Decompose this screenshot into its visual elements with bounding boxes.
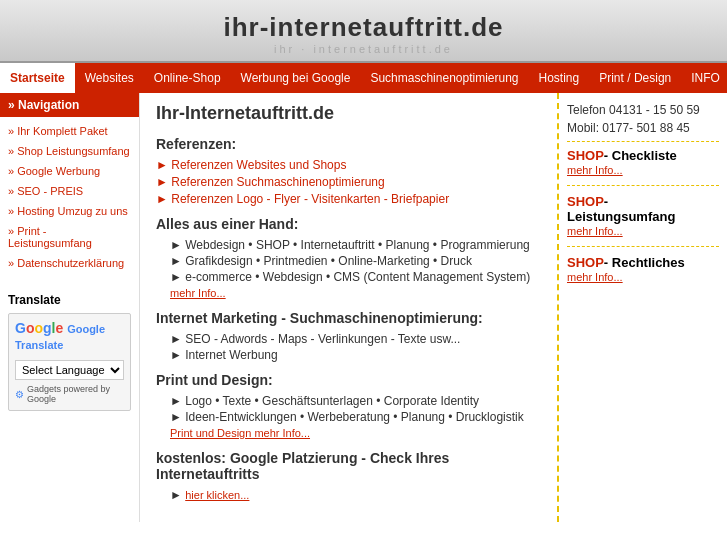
header: ihr-internetauftritt.de ihr · internetau… [0, 0, 727, 63]
shop1-subtitle: - Checkliste [604, 148, 677, 163]
gadgets-text: Gadgets powered by Google [27, 384, 124, 404]
list-item: Print - Leistungsumfang [0, 221, 139, 253]
translate-section: Translate Google Google Translate Select… [0, 287, 139, 417]
sidebar-nav-title: Navigation [0, 93, 139, 117]
list-item: Google Werbung [0, 161, 139, 181]
print-more-link[interactable]: Print und Design mehr Info... [170, 427, 310, 439]
powered-icon: ⚙ [15, 389, 24, 400]
alles-section: Alles aus einer Hand: Webdesign • SHOP •… [156, 216, 541, 300]
kostenlos-link[interactable]: hier klicken... [185, 489, 249, 501]
divider-1 [567, 141, 719, 142]
shop2-title: SHOP- Leistungsumfang [567, 194, 719, 224]
shop3-red-label: SHOP [567, 255, 604, 270]
shop3-subtitle: - Rechtliches [604, 255, 685, 270]
kostenlos-title: kostenlos: Google Platzierung - Check Ih… [156, 450, 541, 482]
shop-box-1: SHOP- Checkliste mehr Info... [567, 148, 719, 177]
seo-line-1: SEO - Adwords - Maps - Verlinkungen - Te… [156, 332, 541, 346]
phone-number: 04131 - 15 50 59 [609, 103, 700, 117]
shop2-link[interactable]: mehr Info... [567, 225, 623, 237]
shop-box-3: SHOP- Rechtliches mehr Info... [567, 255, 719, 284]
print-section: Print und Design: Logo • Texte • Geschäf… [156, 372, 541, 440]
nav-seo[interactable]: Suchmaschinenoptimierung [360, 63, 528, 93]
main-content: Ihr-Internetauftritt.de Referenzen: Refe… [140, 93, 557, 522]
print-line-1: Logo • Texte • Geschäftsunterlagen • Cor… [156, 394, 541, 408]
divider-2 [567, 185, 719, 186]
right-sidebar: Telefon 04131 - 15 50 59 Mobil: 0177- 50… [557, 93, 727, 522]
shop1-link[interactable]: mehr Info... [567, 164, 623, 176]
list-item: Ihr Komplett Paket [0, 121, 139, 141]
kostenlos-section: kostenlos: Google Platzierung - Check Ih… [156, 450, 541, 502]
seo-line-2: Internet Werbung [156, 348, 541, 362]
main-layout: Navigation Ihr Komplett Paket Shop Leist… [0, 93, 727, 522]
refs-section: Referenzen: Referenzen Websites und Shop… [156, 136, 541, 206]
nav-hosting-umzug[interactable]: Hosting Umzug zu uns [0, 203, 139, 219]
navbar: Startseite Websites Online-Shop Werbung … [0, 63, 727, 93]
alles-more-link[interactable]: mehr Info... [170, 287, 226, 299]
header-subtitle: ihr · internetauftritt.de [0, 43, 727, 55]
list-item: Hosting Umzug zu uns [0, 201, 139, 221]
print-title: Print und Design: [156, 372, 541, 388]
nav-datenschutz[interactable]: Datenschutzerklärung [0, 255, 139, 271]
nav-info[interactable]: INFO [681, 63, 727, 93]
nav-komplett[interactable]: Ihr Komplett Paket [0, 123, 139, 139]
site-title: ihr-internetauftritt.de [0, 12, 727, 43]
seo-section: Internet Marketing - Suchmaschinenoptimi… [156, 310, 541, 362]
alles-line-3: e-commerce • Webdesign • CMS (Content Ma… [156, 270, 541, 284]
nav-online-shop[interactable]: Online-Shop [144, 63, 231, 93]
ref-link-3[interactable]: Referenzen Logo - Flyer - Visitenkarten … [156, 192, 541, 206]
translate-title: Translate [8, 293, 131, 307]
nav-shop-leistung[interactable]: Shop Leistungsumfang [0, 143, 139, 159]
refs-title: Referenzen: [156, 136, 541, 152]
shop1-title: SHOP- Checkliste [567, 148, 719, 163]
phone-label: Telefon [567, 103, 606, 117]
nav-startseite[interactable]: Startseite [0, 63, 75, 93]
list-item: Datenschutzerklärung [0, 253, 139, 273]
shop-box-2: SHOP- Leistungsumfang mehr Info... [567, 194, 719, 238]
nav-print[interactable]: Print / Design [589, 63, 681, 93]
divider-3 [567, 246, 719, 247]
list-item: Shop Leistungsumfang [0, 141, 139, 161]
shop2-red-label: SHOP [567, 194, 604, 209]
title-suffix: internetauftritt.de [269, 12, 503, 42]
phone-info: Telefon 04131 - 15 50 59 [567, 103, 719, 117]
alles-line-1: Webdesign • SHOP • Internetauftritt • Pl… [156, 238, 541, 252]
print-line-2: Ideen-Entwicklungen • Werbeberatung • Pl… [156, 410, 541, 424]
sidebar-nav-list: Ihr Komplett Paket Shop Leistungsumfang … [0, 117, 139, 277]
google-translate-box: Google Google Translate Select Language … [8, 313, 131, 411]
seo-title: Internet Marketing - Suchmaschinenoptimi… [156, 310, 541, 326]
language-select[interactable]: Select Language [15, 360, 124, 380]
nav-google-werbung[interactable]: Google Werbung [0, 163, 139, 179]
shop3-link[interactable]: mehr Info... [567, 271, 623, 283]
alles-title: Alles aus einer Hand: [156, 216, 541, 232]
ref-link-1[interactable]: Referenzen Websites und Shops [156, 158, 541, 172]
page-title: Ihr-Internetauftritt.de [156, 103, 541, 124]
nav-print-leistung[interactable]: Print - Leistungsumfang [0, 223, 139, 251]
mobile-info: Mobil: 0177- 501 88 45 [567, 121, 719, 135]
nav-werbung[interactable]: Werbung bei Google [231, 63, 361, 93]
nav-hosting[interactable]: Hosting [529, 63, 590, 93]
shop3-title: SHOP- Rechtliches [567, 255, 719, 270]
mobile-label: Mobil: [567, 121, 599, 135]
title-prefix: ihr- [223, 12, 269, 42]
nav-seo-preis[interactable]: SEO - PREIS [0, 183, 139, 199]
mobile-number: 0177- 501 88 45 [602, 121, 689, 135]
alles-line-2: Grafikdesign • Printmedien • Online-Mark… [156, 254, 541, 268]
nav-websites[interactable]: Websites [75, 63, 144, 93]
kostenlos-bullet: hier klicken... [156, 488, 541, 502]
google-logo: Google Google Translate [15, 320, 124, 352]
powered-by: ⚙ Gadgets powered by Google [15, 384, 124, 404]
shop1-red-label: SHOP [567, 148, 604, 163]
list-item: SEO - PREIS [0, 181, 139, 201]
sidebar: Navigation Ihr Komplett Paket Shop Leist… [0, 93, 140, 522]
ref-link-2[interactable]: Referenzen Suchmaschinenoptimierung [156, 175, 541, 189]
